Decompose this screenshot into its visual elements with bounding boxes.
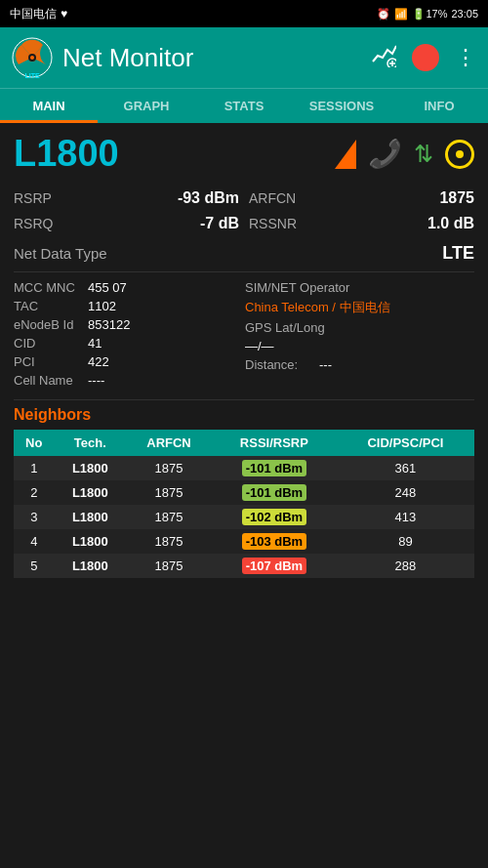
net-data-type-row: Net Data Type LTE: [14, 243, 474, 264]
mcc-mnc-value: 455 07: [88, 280, 127, 295]
table-row: 1 L1800 1875 -101 dBm 361: [14, 456, 474, 480]
net-data-label: Net Data Type: [14, 245, 107, 262]
rsrq-label: RSRQ: [14, 216, 53, 231]
rssnr-value: 1.0 dB: [427, 215, 474, 232]
cid-value: 41: [88, 336, 102, 351]
enodeb-row: eNodeB Id 853122: [14, 315, 243, 334]
arfcn-label: ARFCN: [249, 190, 296, 206]
gps-lat-long-label: GPS Lat/Long: [245, 320, 325, 335]
cell-cid: 89: [337, 529, 474, 554]
rsrp-row: RSRP -93 dBm: [14, 186, 239, 210]
cell-arfcn: 1875: [126, 529, 212, 554]
tab-info[interactable]: INFO: [390, 89, 488, 123]
cell-no: 2: [14, 480, 55, 505]
cell-name-value: ----: [88, 373, 104, 388]
tac-row: TAC 1102: [14, 297, 243, 315]
cell-tech: L1800: [55, 529, 127, 554]
cell-name-label: Cell Name: [14, 373, 82, 388]
alarm-icon: ⏰: [377, 8, 390, 21]
carrier-label: 中国电信: [10, 6, 57, 22]
data-arrows-icon: ⇅: [414, 141, 433, 168]
header-left: LITE Net Monitor: [12, 37, 193, 78]
pci-label: PCI: [14, 354, 82, 369]
status-right: ⏰ 📶 🔋17% 23:05: [377, 8, 478, 21]
gps-label-row: GPS Lat/Long: [245, 318, 474, 337]
app-header: LITE Net Monitor ⋮: [0, 27, 488, 88]
table-row: 3 L1800 1875 -102 dBm 413: [14, 505, 474, 529]
cid-row: CID 41: [14, 334, 243, 352]
details-grid: MCC MNC 455 07 TAC 1102 eNodeB Id 853122…: [14, 278, 474, 390]
cell-arfcn: 1875: [126, 456, 212, 480]
cell-rssi: -102 dBm: [212, 505, 337, 529]
header-icons: ⋮: [371, 42, 476, 73]
signal-info-grid: RSRP -93 dBm ARFCN 1875 RSRQ -7 dB RSSNR…: [14, 186, 474, 235]
tab-graph[interactable]: GRAPH: [98, 89, 195, 123]
signal-icon: 📶: [394, 8, 408, 21]
cid-label: CID: [14, 336, 82, 351]
signal-strength-icon: [335, 140, 356, 169]
tab-main[interactable]: MAIN: [0, 89, 98, 123]
distance-row: Distance: ---: [245, 355, 474, 374]
cell-no: 1: [14, 456, 55, 480]
table-row: 5 L1800 1875 -107 dBm 288: [14, 554, 474, 578]
tac-value: 1102: [88, 299, 116, 313]
cell-no: 4: [14, 529, 55, 554]
status-bar: 中国电信 ♥ ⏰ 📶 🔋17% 23:05: [0, 0, 488, 27]
signal-settings-icon[interactable]: [371, 42, 396, 73]
operator-value-row: China Telecom / 中国电信: [245, 297, 474, 318]
app-logo: LITE: [12, 37, 53, 78]
cell-cid: 248: [337, 480, 474, 505]
gps-value-row: —/—: [245, 337, 474, 355]
mcc-mnc-row: MCC MNC 455 07: [14, 278, 243, 297]
table-row: 2 L1800 1875 -101 dBm 248: [14, 480, 474, 505]
enodeb-value: 853122: [88, 317, 130, 332]
tab-bar: MAIN GRAPH STATS SESSIONS INFO: [0, 88, 488, 123]
svg-point-3: [30, 56, 34, 60]
tab-stats[interactable]: STATS: [195, 89, 293, 123]
cell-arfcn: 1875: [126, 505, 212, 529]
cell-tech: L1800: [55, 480, 127, 505]
app-title: Net Monitor: [62, 43, 193, 73]
cell-name-row: Cell Name ----: [14, 371, 243, 390]
tab-sessions[interactable]: SESSIONS: [293, 89, 390, 123]
mcc-mnc-label: MCC MNC: [14, 280, 82, 295]
cell-rssi: -101 dBm: [212, 480, 337, 505]
record-button[interactable]: [412, 44, 439, 71]
tac-label: TAC: [14, 299, 82, 313]
col-no: No: [14, 430, 55, 456]
more-options-icon[interactable]: ⋮: [455, 45, 476, 70]
main-content: L1800 📞 ⇅ RSRP -93 dBm ARFCN 1875 RSRQ -…: [0, 123, 488, 588]
signal-icons: 📞 ⇅: [335, 138, 474, 170]
arfcn-value: 1875: [439, 189, 474, 207]
neighbors-title: Neighbors: [14, 406, 474, 424]
rsrq-row: RSRQ -7 dB: [14, 212, 239, 235]
pci-row: PCI 422: [14, 352, 243, 371]
top-section: L1800 📞 ⇅: [14, 133, 474, 175]
divider-1: [14, 271, 474, 272]
col-cid: CID/PSC/PCI: [337, 430, 474, 456]
rsrq-value: -7 dB: [200, 215, 239, 232]
sim-operator-label: SIM/NET Operator: [245, 280, 349, 295]
distance-label: Distance:: [245, 357, 313, 372]
cell-rssi: -101 dBm: [212, 456, 337, 480]
cell-rssi: -103 dBm: [212, 529, 337, 554]
sim-operator-row: SIM/NET Operator: [245, 278, 474, 297]
cell-cid: 413: [337, 505, 474, 529]
heart-icon: ♥: [61, 7, 67, 21]
rsrp-value: -93 dBm: [178, 189, 239, 207]
divider-2: [14, 399, 474, 400]
cell-arfcn: 1875: [126, 480, 212, 505]
cell-tech: L1800: [55, 554, 127, 578]
battery-label: 🔋17%: [412, 8, 447, 21]
pci-value: 422: [88, 354, 109, 369]
cell-cid: 361: [337, 456, 474, 480]
cell-rssi: -107 dBm: [212, 554, 337, 578]
cell-no: 3: [14, 505, 55, 529]
svg-text:LITE: LITE: [24, 72, 39, 78]
col-rssi: RSSI/RSRP: [212, 430, 337, 456]
cell-tech: L1800: [55, 505, 127, 529]
rssnr-label: RSSNR: [249, 216, 297, 231]
cell-no: 5: [14, 554, 55, 578]
cell-cid: 288: [337, 554, 474, 578]
cell-arfcn: 1875: [126, 554, 212, 578]
